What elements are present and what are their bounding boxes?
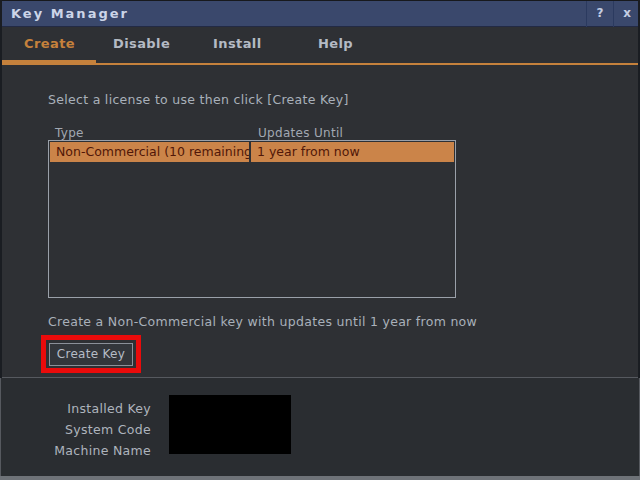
column-header-updates: Updates Until — [258, 126, 343, 140]
system-code-label: System Code — [1, 419, 151, 440]
tab-install[interactable]: Install — [213, 36, 262, 51]
tab-help[interactable]: Help — [318, 36, 353, 51]
machine-name-label: Machine Name — [1, 440, 151, 461]
tab-disable[interactable]: Disable — [113, 36, 170, 51]
titlebar: Key Manager ? x — [0, 1, 640, 27]
help-button[interactable]: ? — [586, 1, 613, 27]
license-type-cell: Non-Commercial (10 remaining) — [50, 142, 251, 162]
window-title: Key Manager — [11, 1, 129, 27]
active-tab-indicator — [0, 60, 96, 65]
tabbar-underline — [96, 63, 640, 65]
create-key-button[interactable]: Create Key — [49, 343, 133, 366]
license-updates-cell: 1 year from now — [251, 142, 454, 162]
redacted-key-values — [169, 395, 291, 454]
column-header-type: Type — [55, 126, 84, 140]
license-table: Non-Commercial (10 remaining) 1 year fro… — [48, 140, 456, 298]
instruction-text: Select a license to use then click [Crea… — [48, 92, 349, 107]
footer-labels: Installed Key System Code Machine Name — [1, 398, 151, 461]
window-border-bottom — [0, 476, 640, 480]
installed-key-label: Installed Key — [1, 398, 151, 419]
highlight-annotation: Create Key — [41, 335, 141, 373]
footer-panel: Installed Key System Code Machine Name — [0, 377, 640, 476]
tab-create[interactable]: Create — [24, 36, 75, 51]
close-button[interactable]: x — [613, 1, 640, 27]
summary-text: Create a Non-Commercial key with updates… — [48, 314, 477, 329]
license-row-selected[interactable]: Non-Commercial (10 remaining) 1 year fro… — [50, 142, 454, 162]
window-border-left — [0, 0, 2, 378]
